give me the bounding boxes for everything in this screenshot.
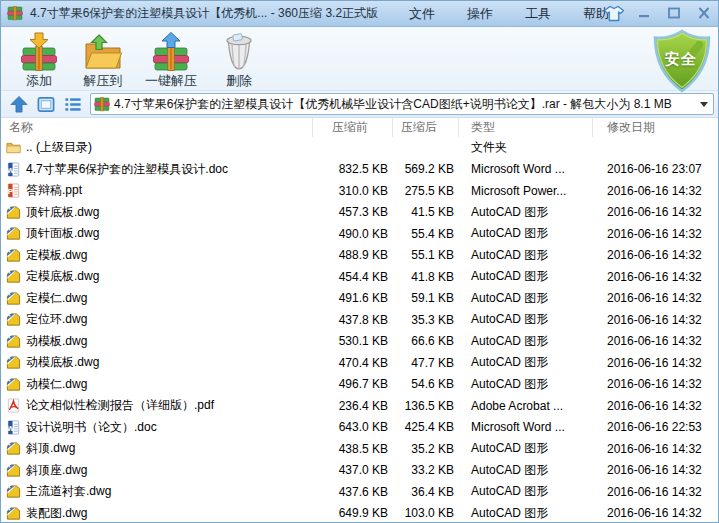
- skin-shirt-icon[interactable]: [603, 4, 625, 22]
- dwg-file-icon: [6, 377, 21, 392]
- table-row[interactable]: P 答辩稿.ppt 310.0 KB 275.5 KB Microsoft Po…: [1, 180, 718, 202]
- list-view-button[interactable]: [63, 94, 83, 114]
- size-after: 35.3 KB: [393, 313, 459, 327]
- modified-date: 2016-06-16 14:32: [593, 291, 718, 305]
- modified-date: 2016-06-16 14:32: [593, 248, 718, 262]
- maximize-button[interactable]: [663, 4, 685, 22]
- file-name: 斜顶.dwg: [26, 440, 75, 457]
- file-name: 顶针面板.dwg: [26, 225, 99, 242]
- table-row[interactable]: 动模底板.dwg 470.4 KB 47.7 KB AutoCAD 图形 201…: [1, 352, 718, 374]
- file-type: AutoCAD 图形: [459, 462, 593, 479]
- size-after: 55.1 KB: [393, 248, 459, 262]
- path-dropdown-button[interactable]: [697, 99, 711, 109]
- modified-date: 2016-06-16 14:32: [593, 184, 718, 198]
- modified-date: 2016-06-16 14:32: [593, 205, 718, 219]
- size-after: 54.6 KB: [393, 377, 459, 391]
- file-name: 动模板.dwg: [26, 333, 87, 350]
- app-archive-icon: [7, 5, 24, 22]
- file-name: 动模仁.dwg: [26, 376, 87, 393]
- table-row[interactable]: 斜顶.dwg 438.5 KB 35.2 KB AutoCAD 图形 2016-…: [1, 438, 718, 460]
- column-header-type[interactable]: 类型: [459, 118, 593, 137]
- add-archive-icon: [19, 31, 59, 71]
- window-controls: [603, 4, 715, 22]
- table-row[interactable]: W 设计说明书（论文）.doc 643.0 KB 425.4 KB Micros…: [1, 417, 718, 439]
- extract-to-button[interactable]: 解压到: [71, 29, 135, 91]
- menu-tools[interactable]: 工具: [509, 1, 567, 27]
- dwg-file-icon: [6, 441, 21, 456]
- modified-date: 2016-06-16 14:32: [593, 399, 718, 413]
- add-button-label: 添加: [26, 72, 52, 90]
- column-header-after[interactable]: 压缩后: [393, 118, 459, 137]
- table-row[interactable]: 动模板.dwg 530.1 KB 66.6 KB AutoCAD 图形 2016…: [1, 331, 718, 353]
- dwg-file-icon: [6, 334, 21, 349]
- file-name: 定位环.dwg: [26, 311, 87, 328]
- modified-date: 2016-06-16 14:32: [593, 485, 718, 499]
- one-click-extract-icon: [151, 31, 191, 71]
- file-list: .. (上级目录) 文件夹 W 4.7寸苹果6保护套的注塑模具设计.doc 83…: [1, 137, 718, 523]
- one-click-extract-button[interactable]: 一键解压: [135, 29, 207, 91]
- file-name: 顶针底板.dwg: [26, 204, 99, 221]
- size-after: 41.5 KB: [393, 205, 459, 219]
- table-row[interactable]: 主流道衬套.dwg 437.6 KB 36.4 KB AutoCAD 图形 20…: [1, 481, 718, 503]
- size-after: 55.4 KB: [393, 227, 459, 241]
- address-bar: 4.7寸苹果6保护套的注塑模具设计【优秀机械毕业设计含CAD图纸+说明书论文】.…: [1, 91, 718, 118]
- size-after: 59.1 KB: [393, 291, 459, 305]
- safety-badge[interactable]: 安全: [647, 29, 717, 93]
- size-after: 275.5 KB: [393, 184, 459, 198]
- size-before: 437.0 KB: [313, 463, 393, 477]
- svg-text:P: P: [8, 187, 14, 196]
- add-button[interactable]: 添加: [7, 29, 71, 91]
- app-window: 4.7寸苹果6保护套的注塑模具设计【优秀机... - 360压缩 3.2正式版 …: [0, 0, 719, 523]
- file-name: 定模底板.dwg: [26, 268, 99, 285]
- size-before: 454.4 KB: [313, 270, 393, 284]
- column-header-before[interactable]: 压缩前: [313, 118, 393, 137]
- table-row[interactable]: 顶针面板.dwg 490.0 KB 55.4 KB AutoCAD 图形 201…: [1, 223, 718, 245]
- dwg-file-icon: [6, 355, 21, 370]
- table-row[interactable]: 论文相似性检测报告（详细版）.pdf 236.4 KB 136.5 KB Ado…: [1, 395, 718, 417]
- file-type: AutoCAD 图形: [459, 505, 593, 522]
- size-before: 437.6 KB: [313, 485, 393, 499]
- size-before: 488.9 KB: [313, 248, 393, 262]
- file-type: AutoCAD 图形: [459, 440, 593, 457]
- table-row[interactable]: 定模仁.dwg 491.6 KB 59.1 KB AutoCAD 图形 2016…: [1, 288, 718, 310]
- size-before: 496.7 KB: [313, 377, 393, 391]
- view-mode-button[interactable]: [36, 94, 56, 114]
- svg-text:W: W: [7, 424, 15, 433]
- table-row[interactable]: 定模板.dwg 488.9 KB 55.1 KB AutoCAD 图形 2016…: [1, 245, 718, 267]
- file-name: 4.7寸苹果6保护套的注塑模具设计.doc: [26, 161, 228, 178]
- table-row[interactable]: W 4.7寸苹果6保护套的注塑模具设计.doc 832.5 KB 569.2 K…: [1, 159, 718, 181]
- minimize-button[interactable]: [633, 4, 655, 22]
- archive-path-input[interactable]: 4.7寸苹果6保护套的注塑模具设计【优秀机械毕业设计含CAD图纸+说明书论文】.…: [90, 93, 714, 115]
- delete-button[interactable]: 删除: [207, 29, 271, 91]
- dwg-file-icon: [6, 506, 21, 521]
- size-before: 649.9 KB: [313, 506, 393, 520]
- table-row[interactable]: 顶针底板.dwg 457.3 KB 41.5 KB AutoCAD 图形 201…: [1, 202, 718, 224]
- table-row[interactable]: 动模仁.dwg 496.7 KB 54.6 KB AutoCAD 图形 2016…: [1, 374, 718, 396]
- table-row[interactable]: .. (上级目录) 文件夹: [1, 137, 718, 159]
- menu-file[interactable]: 文件: [393, 1, 451, 27]
- menu-actions[interactable]: 操作: [451, 1, 509, 27]
- table-row[interactable]: 装配图.dwg 649.9 KB 103.0 KB AutoCAD 图形 201…: [1, 503, 718, 523]
- size-after: 35.2 KB: [393, 442, 459, 456]
- file-type: Adobe Acrobat ...: [459, 399, 593, 413]
- table-row[interactable]: 斜顶座.dwg 437.0 KB 33.2 KB AutoCAD 图形 2016…: [1, 460, 718, 482]
- size-before: 457.3 KB: [313, 205, 393, 219]
- up-level-button[interactable]: [9, 94, 29, 114]
- column-header-name[interactable]: 名称: [1, 118, 313, 137]
- ppt-file-icon: P: [6, 183, 21, 198]
- menu-bar: 文件 操作 工具 帮助: [393, 1, 625, 27]
- close-button[interactable]: [693, 4, 715, 22]
- table-row[interactable]: 定位环.dwg 437.8 KB 35.3 KB AutoCAD 图形 2016…: [1, 309, 718, 331]
- size-before: 438.5 KB: [313, 442, 393, 456]
- modified-date: 2016-06-16 14:32: [593, 227, 718, 241]
- file-type: AutoCAD 图形: [459, 311, 593, 328]
- list-header: 名称 压缩前 压缩后 类型 修改日期: [1, 118, 718, 137]
- column-header-modified[interactable]: 修改日期: [593, 118, 718, 137]
- modified-date: 2016-06-16 23:07: [593, 162, 718, 176]
- archive-path-text: 4.7寸苹果6保护套的注塑模具设计【优秀机械毕业设计含CAD图纸+说明书论文】.…: [114, 96, 697, 113]
- dwg-file-icon: [6, 291, 21, 306]
- file-type: Microsoft Word ...: [459, 420, 593, 434]
- size-before: 530.1 KB: [313, 334, 393, 348]
- safety-badge-label: 安全: [665, 50, 697, 69]
- table-row[interactable]: 定模底板.dwg 454.4 KB 41.8 KB AutoCAD 图形 201…: [1, 266, 718, 288]
